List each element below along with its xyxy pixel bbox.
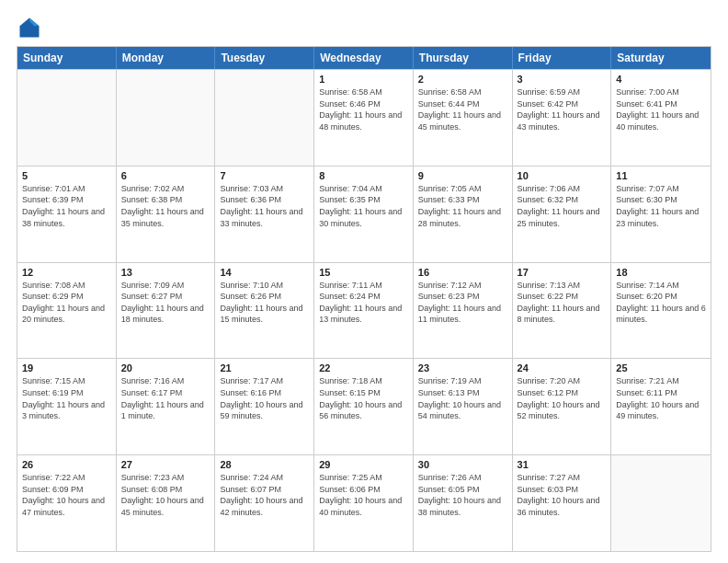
day-number: 24 <box>518 362 607 373</box>
calendar-row: 12Sunrise: 7:08 AM Sunset: 6:29 PM Dayli… <box>17 262 711 359</box>
day-number: 27 <box>121 459 210 470</box>
day-cell: 15Sunrise: 7:11 AM Sunset: 6:24 PM Dayli… <box>314 263 414 359</box>
day-info: Sunrise: 7:23 AM Sunset: 6:08 PM Dayligh… <box>121 472 210 518</box>
calendar-body: 1Sunrise: 6:58 AM Sunset: 6:46 PM Daylig… <box>17 69 711 551</box>
day-cell: 25Sunrise: 7:21 AM Sunset: 6:11 PM Dayli… <box>611 359 711 454</box>
day-info: Sunrise: 7:19 AM Sunset: 6:13 PM Dayligh… <box>418 375 507 421</box>
day-cell: 31Sunrise: 7:27 AM Sunset: 6:03 PM Dayli… <box>513 455 612 551</box>
top-section <box>17 15 711 40</box>
empty-cell <box>611 455 711 551</box>
day-cell: 3Sunrise: 6:59 AM Sunset: 6:42 PM Daylig… <box>513 70 612 166</box>
day-cell: 11Sunrise: 7:07 AM Sunset: 6:30 PM Dayli… <box>611 167 711 262</box>
day-cell: 2Sunrise: 6:58 AM Sunset: 6:44 PM Daylig… <box>414 70 513 166</box>
day-info: Sunrise: 7:01 AM Sunset: 6:39 PM Dayligh… <box>22 183 111 229</box>
day-number: 6 <box>121 170 210 181</box>
weekday-header: Monday <box>117 47 216 69</box>
day-number: 10 <box>518 170 607 181</box>
logo <box>17 15 46 40</box>
day-info: Sunrise: 6:59 AM Sunset: 6:42 PM Dayligh… <box>518 86 607 132</box>
day-number: 23 <box>418 362 507 373</box>
day-cell: 4Sunrise: 7:00 AM Sunset: 6:41 PM Daylig… <box>611 70 711 166</box>
day-number: 9 <box>418 170 507 181</box>
day-info: Sunrise: 7:03 AM Sunset: 6:36 PM Dayligh… <box>220 183 309 229</box>
empty-cell <box>117 70 216 166</box>
day-number: 18 <box>616 267 706 278</box>
day-number: 2 <box>418 74 507 85</box>
day-number: 19 <box>22 362 111 373</box>
day-cell: 13Sunrise: 7:09 AM Sunset: 6:27 PM Dayli… <box>117 263 216 359</box>
day-number: 13 <box>121 267 210 278</box>
day-info: Sunrise: 7:02 AM Sunset: 6:38 PM Dayligh… <box>121 183 210 229</box>
day-number: 1 <box>319 74 408 85</box>
page: SundayMondayTuesdayWednesdayThursdayFrid… <box>0 0 728 563</box>
day-cell: 10Sunrise: 7:06 AM Sunset: 6:32 PM Dayli… <box>513 167 612 262</box>
day-number: 21 <box>220 362 309 373</box>
day-cell: 22Sunrise: 7:18 AM Sunset: 6:15 PM Dayli… <box>314 359 414 454</box>
day-info: Sunrise: 7:15 AM Sunset: 6:19 PM Dayligh… <box>22 375 111 421</box>
day-number: 30 <box>418 459 507 470</box>
day-number: 22 <box>319 362 408 373</box>
day-number: 4 <box>616 74 706 85</box>
day-number: 28 <box>220 459 309 470</box>
day-info: Sunrise: 7:17 AM Sunset: 6:16 PM Dayligh… <box>220 375 309 421</box>
day-cell: 5Sunrise: 7:01 AM Sunset: 6:39 PM Daylig… <box>17 167 117 262</box>
weekday-header: Thursday <box>414 47 513 69</box>
day-number: 20 <box>121 362 210 373</box>
day-info: Sunrise: 7:16 AM Sunset: 6:17 PM Dayligh… <box>121 375 210 421</box>
day-cell: 27Sunrise: 7:23 AM Sunset: 6:08 PM Dayli… <box>117 455 216 551</box>
day-number: 14 <box>220 267 309 278</box>
empty-cell <box>17 70 117 166</box>
day-info: Sunrise: 7:14 AM Sunset: 6:20 PM Dayligh… <box>616 280 706 326</box>
empty-cell <box>215 70 314 166</box>
weekday-header: Sunday <box>17 47 117 69</box>
weekday-header: Friday <box>513 47 612 69</box>
day-number: 29 <box>319 459 408 470</box>
day-number: 7 <box>220 170 309 181</box>
day-info: Sunrise: 7:20 AM Sunset: 6:12 PM Dayligh… <box>518 375 607 421</box>
day-cell: 1Sunrise: 6:58 AM Sunset: 6:46 PM Daylig… <box>314 70 414 166</box>
day-cell: 20Sunrise: 7:16 AM Sunset: 6:17 PM Dayli… <box>117 359 216 454</box>
day-info: Sunrise: 7:11 AM Sunset: 6:24 PM Dayligh… <box>319 280 408 326</box>
calendar-row: 1Sunrise: 6:58 AM Sunset: 6:46 PM Daylig… <box>17 69 711 166</box>
day-info: Sunrise: 7:05 AM Sunset: 6:33 PM Dayligh… <box>418 183 507 229</box>
day-info: Sunrise: 6:58 AM Sunset: 6:46 PM Dayligh… <box>319 86 408 132</box>
day-cell: 17Sunrise: 7:13 AM Sunset: 6:22 PM Dayli… <box>513 263 612 359</box>
weekday-header: Wednesday <box>314 47 414 69</box>
day-number: 31 <box>518 459 607 470</box>
day-cell: 28Sunrise: 7:24 AM Sunset: 6:07 PM Dayli… <box>215 455 314 551</box>
day-info: Sunrise: 7:25 AM Sunset: 6:06 PM Dayligh… <box>319 472 408 518</box>
day-number: 15 <box>319 267 408 278</box>
day-number: 12 <box>22 267 111 278</box>
day-number: 17 <box>518 267 607 278</box>
day-info: Sunrise: 7:08 AM Sunset: 6:29 PM Dayligh… <box>22 280 111 326</box>
day-cell: 26Sunrise: 7:22 AM Sunset: 6:09 PM Dayli… <box>17 455 117 551</box>
day-cell: 19Sunrise: 7:15 AM Sunset: 6:19 PM Dayli… <box>17 359 117 454</box>
day-number: 3 <box>518 74 607 85</box>
day-cell: 6Sunrise: 7:02 AM Sunset: 6:38 PM Daylig… <box>117 167 216 262</box>
day-cell: 29Sunrise: 7:25 AM Sunset: 6:06 PM Dayli… <box>314 455 414 551</box>
calendar-header: SundayMondayTuesdayWednesdayThursdayFrid… <box>17 47 711 69</box>
day-cell: 8Sunrise: 7:04 AM Sunset: 6:35 PM Daylig… <box>314 167 414 262</box>
day-number: 8 <box>319 170 408 181</box>
day-cell: 7Sunrise: 7:03 AM Sunset: 6:36 PM Daylig… <box>215 167 314 262</box>
day-cell: 23Sunrise: 7:19 AM Sunset: 6:13 PM Dayli… <box>414 359 513 454</box>
day-cell: 24Sunrise: 7:20 AM Sunset: 6:12 PM Dayli… <box>513 359 612 454</box>
day-cell: 30Sunrise: 7:26 AM Sunset: 6:05 PM Dayli… <box>414 455 513 551</box>
day-number: 25 <box>616 362 706 373</box>
day-info: Sunrise: 7:21 AM Sunset: 6:11 PM Dayligh… <box>616 375 706 421</box>
day-cell: 12Sunrise: 7:08 AM Sunset: 6:29 PM Dayli… <box>17 263 117 359</box>
day-info: Sunrise: 7:04 AM Sunset: 6:35 PM Dayligh… <box>319 183 408 229</box>
calendar-row: 5Sunrise: 7:01 AM Sunset: 6:39 PM Daylig… <box>17 166 711 262</box>
day-cell: 21Sunrise: 7:17 AM Sunset: 6:16 PM Dayli… <box>215 359 314 454</box>
day-info: Sunrise: 7:00 AM Sunset: 6:41 PM Dayligh… <box>616 86 706 132</box>
calendar-row: 26Sunrise: 7:22 AM Sunset: 6:09 PM Dayli… <box>17 454 711 551</box>
day-cell: 18Sunrise: 7:14 AM Sunset: 6:20 PM Dayli… <box>611 263 711 359</box>
day-info: Sunrise: 6:58 AM Sunset: 6:44 PM Dayligh… <box>418 86 507 132</box>
day-info: Sunrise: 7:18 AM Sunset: 6:15 PM Dayligh… <box>319 375 408 421</box>
day-info: Sunrise: 7:07 AM Sunset: 6:30 PM Dayligh… <box>616 183 706 229</box>
weekday-header: Saturday <box>611 47 711 69</box>
day-number: 11 <box>616 170 706 181</box>
day-info: Sunrise: 7:12 AM Sunset: 6:23 PM Dayligh… <box>418 280 507 326</box>
weekday-header: Tuesday <box>215 47 314 69</box>
day-info: Sunrise: 7:13 AM Sunset: 6:22 PM Dayligh… <box>518 280 607 326</box>
